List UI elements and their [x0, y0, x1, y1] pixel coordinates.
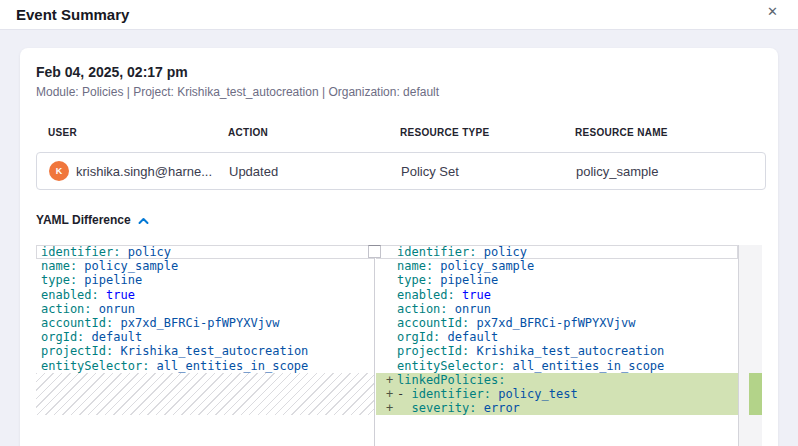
event-timestamp: Feb 04, 2025, 02:17 pm [36, 64, 762, 80]
resource-type-cell: Policy Set [401, 164, 576, 179]
yaml-difference-toggle[interactable]: YAML Difference [36, 211, 762, 229]
yaml-difference-label: YAML Difference [36, 213, 131, 227]
diff-code-line: action: onrun [376, 302, 738, 316]
diff-pane-original[interactable]: identifier: policyname: policy_sampletyp… [36, 245, 374, 446]
avatar: K [49, 161, 69, 181]
close-icon[interactable]: ✕ [763, 1, 782, 22]
diff-code-line: projectId: Krishika_test_autocreation [376, 344, 738, 358]
diff-code-line: enabled: true [36, 288, 374, 302]
diff-code-line: action: onrun [36, 302, 374, 316]
table-header: USER ACTION RESOURCE TYPE RESOURCE NAME [48, 127, 762, 138]
diff-added-line: +- identifier: policy_test [376, 387, 738, 401]
diff-pane-modified-code[interactable]: identifier: policyname: policy_sampletyp… [376, 245, 738, 446]
diff-code-line: enabled: true [376, 288, 738, 302]
diff-code-line: name: policy_sample [36, 259, 374, 273]
removed-placeholder-hatch [36, 373, 374, 416]
diff-code-line: name: policy_sample [376, 259, 738, 273]
chevron-up-icon[interactable] [138, 211, 149, 229]
diff-code-line: accountId: px7xd_BFRCi-pfWPYXVjvw [36, 316, 374, 330]
page-title: Event Summary [16, 6, 129, 23]
added-lines-marker [749, 373, 762, 416]
diff-divider [374, 245, 376, 446]
column-header-resource-name: RESOURCE NAME [575, 127, 762, 138]
diff-pane-modified: identifier: policyname: policy_sampletyp… [376, 245, 762, 446]
diff-code-line: type: pipeline [36, 273, 374, 287]
overview-ruler[interactable] [738, 245, 762, 446]
resource-name-cell: policy_sample [576, 164, 765, 179]
event-meta: Module: Policies | Project: Krishika_tes… [36, 85, 762, 99]
diff-added-line: + severity: error [376, 401, 738, 415]
user-cell: K krishika.singh@harne... [49, 161, 229, 181]
diff-code-line: entitySelector: all_entities_in_scope [376, 359, 738, 373]
diff-code-line: orgId: default [376, 330, 738, 344]
diff-code-line: orgId: default [36, 330, 374, 344]
column-header-user: USER [48, 127, 228, 138]
action-cell: Updated [229, 164, 401, 179]
table-row: K krishika.singh@harne... Updated Policy… [36, 152, 766, 190]
diff-code-line: identifier: policy [36, 245, 374, 259]
modal-header: Event Summary ✕ [0, 0, 798, 30]
diff-code-line: entitySelector: all_entities_in_scope [36, 359, 374, 373]
user-email: krishika.singh@harne... [76, 164, 212, 179]
diff-sash-handle[interactable] [368, 245, 381, 258]
diff-added-line: +linkedPolicies: [376, 373, 738, 387]
yaml-diff-editor: identifier: policyname: policy_sampletyp… [36, 245, 762, 446]
diff-code-line: type: pipeline [376, 273, 738, 287]
diff-code-line: identifier: policy [376, 245, 738, 259]
diff-code-line: accountId: px7xd_BFRCi-pfWPYXVjvw [376, 316, 738, 330]
column-header-resource-type: RESOURCE TYPE [400, 127, 575, 138]
column-header-action: ACTION [228, 127, 400, 138]
diff-code-line: projectId: Krishika_test_autocreation [36, 344, 374, 358]
event-summary-card: Feb 04, 2025, 02:17 pm Module: Policies … [20, 48, 778, 446]
